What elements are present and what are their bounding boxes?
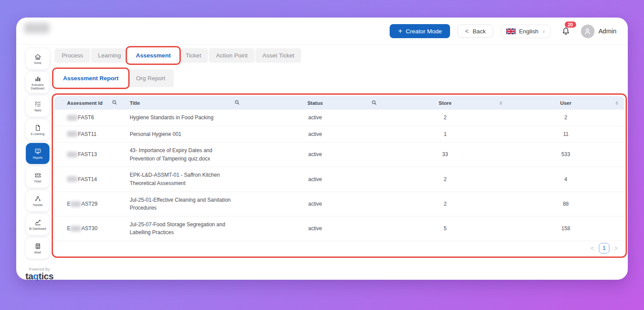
table-row[interactable]: FAST14 EPK-L&D-ASSMT-01 - Saffron Kitche… [55,167,624,192]
report-subtabs: Assessment ReportOrg Report [55,69,624,87]
title-cell: 43- Importance of Expiry Dates and Preve… [125,143,248,167]
sidebar-item-bi-dashboard[interactable]: BI Dashboard [26,214,49,235]
store-cell: 33 [383,146,508,163]
subtab-org-report[interactable]: Org Report [128,69,174,87]
table-row[interactable]: EAST30 Jul-25-07-Food Storage Segregatio… [55,217,624,241]
assessment-id-cell: FAST13 [55,146,125,163]
title-cell: Jul-25-07-Food Storage Segregation and L… [125,217,248,241]
status-cell: active [248,171,383,188]
sort-icon[interactable] [616,101,618,105]
subtab-assessment-report[interactable]: Assessment Report [55,69,127,87]
sidebar-item-tasks[interactable]: Tasks [26,96,49,117]
reports-icon [34,148,42,155]
user-cell: 11 [508,126,624,143]
assessment-id-cell: EAST29 [55,196,125,212]
home-icon [34,53,42,61]
sort-icon[interactable] [500,101,502,105]
search-icon[interactable] [112,100,117,106]
language-label: English [519,28,538,35]
redacted-id-segment [67,176,77,182]
avatar [581,25,595,38]
table-row[interactable]: FAST13 43- Importance of Expiry Dates an… [55,143,624,167]
table-row[interactable]: FAST11 Personal Hygiene 001 active 1 11 [55,126,624,143]
powered-by-block: Powered By taqtics [19,267,60,281]
pagination: < 1 > [55,241,624,255]
title-cell: Jul-25-01-Effective Cleaning and Sanitat… [125,192,248,216]
sidebar: Home Executive Dashboard Tasks E-Learnin… [26,48,49,259]
chevron-left-icon: < [465,28,468,35]
top-header: + Creator Mode < Back English [16,18,628,45]
sidebar-item-ticket[interactable]: Ticket [26,167,49,188]
assessment-report-table-wrap: Assessment Id Title [55,96,624,255]
page-number-button[interactable]: 1 [599,243,609,253]
bi-dashboard-icon [34,219,42,226]
tab-assessment[interactable]: Assessment [129,48,178,63]
store-cell: 5 [383,221,508,237]
redacted-id-segment [67,131,77,137]
uk-flag-icon [506,29,516,34]
table-header-row: Assessment Id Title [55,96,624,110]
table-body: FAST6 Hygiene Standards in Food Packing … [55,110,624,241]
page-next-button[interactable]: > [614,245,618,252]
title-cell: EPK-L&D-ASSMT-01 - Saffron Kitchen Theor… [125,167,248,191]
title-cell: Personal Hygiene 001 [125,126,248,143]
tab-process[interactable]: Process [55,48,90,63]
search-icon[interactable] [234,100,240,106]
sidebar-item-reports[interactable]: Reports [26,143,49,164]
column-header-status[interactable]: Status [248,100,383,106]
title-cell: Hygiene Standards in Food Packing [125,110,248,126]
notifications-button[interactable]: 20 [561,26,571,36]
executive-dashboard-icon [34,75,42,82]
table-row[interactable]: FAST6 Hygiene Standards in Food Packing … [55,110,624,126]
column-header-store[interactable]: Store [383,100,508,106]
user-cell: 2 [508,110,624,126]
assessment-id-cell: FAST14 [55,171,125,188]
redacted-id-segment [67,115,77,121]
creator-mode-label: Creator Mode [406,28,442,35]
e-learning-icon [34,124,42,132]
sidebar-item-home[interactable]: Home [26,48,49,69]
assessment-report-table: Assessment Id Title [55,96,624,255]
user-cell: 88 [508,196,624,212]
creator-mode-button[interactable]: + Creator Mode [390,24,450,38]
column-header-title[interactable]: Title [125,100,248,106]
back-button[interactable]: < Back [457,25,493,38]
tab-asset-ticket[interactable]: Asset Ticket [255,48,301,63]
tab-learning[interactable]: Learning [91,48,128,63]
header-actions: + Creator Mode < Back English [390,18,616,45]
search-icon[interactable] [371,100,377,106]
status-cell: active [248,146,383,163]
asset-icon [34,242,42,250]
status-cell: active [248,221,383,237]
sidebar-item-transfer[interactable]: Transfer [26,190,49,211]
chevron-down-icon: ∨ [542,29,545,34]
main-content: ProcessLearningAssessmentTicketAction Po… [55,48,624,255]
user-cell: 158 [508,221,624,237]
transfer-icon [34,195,42,203]
table-row[interactable]: EAST29 Jul-25-01-Effective Cleaning and … [55,192,624,217]
user-menu[interactable]: Admin [581,25,616,38]
language-selector[interactable]: English ∨ [501,25,551,38]
assessment-id-cell: FAST6 [55,110,125,126]
app-logo-redacted [24,23,49,33]
sidebar-item-asset[interactable]: Asset [26,238,49,259]
store-cell: 2 [383,110,508,126]
tab-action-point[interactable]: Action Point [209,48,254,63]
store-cell: 2 [383,196,508,212]
user-cell: 4 [508,171,624,188]
user-name: Admin [598,28,616,35]
ticket-icon [34,171,42,179]
sidebar-item-executive-dashboard[interactable]: Executive Dashboard [26,72,49,93]
page-prev-button[interactable]: < [591,245,594,252]
tab-ticket[interactable]: Ticket [179,48,208,63]
status-cell: active [248,126,383,143]
column-header-user[interactable]: User [508,100,624,106]
store-cell: 1 [383,126,508,143]
column-header-assessment-id[interactable]: Assessment Id [55,100,125,106]
status-cell: active [248,196,383,212]
store-cell: 2 [383,171,508,188]
notification-count-badge: 20 [565,21,576,28]
assessment-id-cell: FAST11 [55,126,125,143]
sidebar-item-e-learning[interactable]: E-Learning [26,119,49,140]
redacted-id-segment [70,201,81,207]
